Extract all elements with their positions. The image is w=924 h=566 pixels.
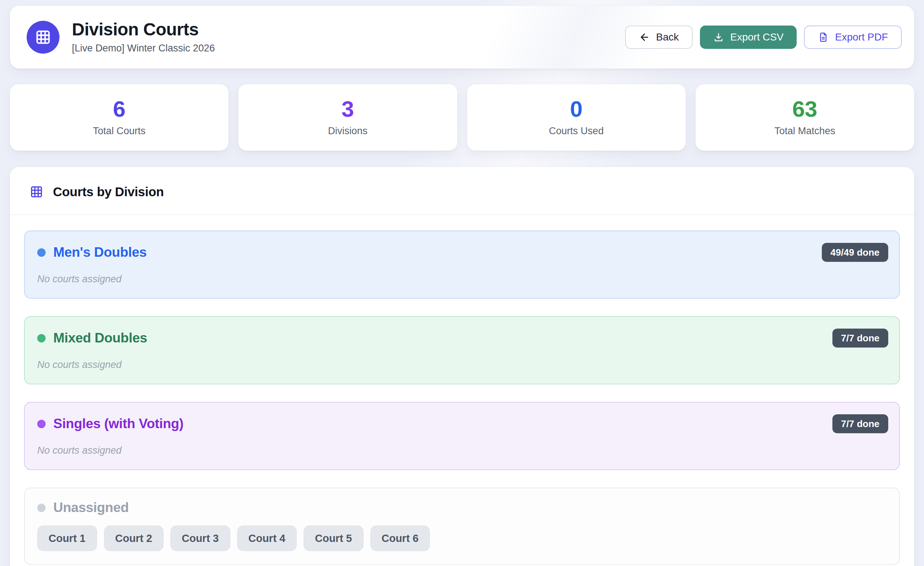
division-row-singles: Singles (with Voting) 7/7 done No courts… xyxy=(24,402,900,470)
stat-label: Courts Used xyxy=(467,126,686,137)
export-pdf-button[interactable]: Export PDF xyxy=(804,25,902,49)
export-csv-label: Export CSV xyxy=(730,31,783,43)
court-chip[interactable]: Court 4 xyxy=(237,526,297,551)
page-header: Division Courts [Live Demo] Winter Class… xyxy=(10,6,914,69)
division-name: Men's Doubles xyxy=(53,245,147,260)
stat-label: Total Courts xyxy=(10,126,228,137)
page-title: Division Courts xyxy=(72,20,215,39)
progress-badge: 7/7 done xyxy=(832,414,888,433)
stat-card-divisions: 3 Divisions xyxy=(238,84,457,151)
court-chip[interactable]: Court 6 xyxy=(370,526,430,551)
division-title-group: Men's Doubles xyxy=(37,245,147,260)
stat-label: Divisions xyxy=(238,126,457,137)
arrow-left-icon xyxy=(639,32,650,43)
division-row-header: Men's Doubles 49/49 done xyxy=(37,243,888,262)
division-row-header: Mixed Doubles 7/7 done xyxy=(37,329,888,347)
stat-value: 6 xyxy=(10,96,228,122)
grid-icon xyxy=(27,21,60,54)
stat-value: 0 xyxy=(467,96,686,122)
section-header: Courts by Division xyxy=(10,167,914,214)
download-icon xyxy=(713,32,724,43)
court-chip[interactable]: Court 1 xyxy=(37,526,97,551)
header-title-group: Division Courts [Live Demo] Winter Class… xyxy=(27,20,215,54)
file-text-icon xyxy=(818,32,829,43)
court-chip[interactable]: Court 5 xyxy=(304,526,363,551)
back-button[interactable]: Back xyxy=(625,25,693,49)
stat-label: Total Matches xyxy=(696,126,914,137)
division-dot xyxy=(37,420,46,428)
grid-icon xyxy=(30,185,44,199)
stat-card-courts-used: 0 Courts Used xyxy=(467,84,686,151)
stat-card-total-courts: 6 Total Courts xyxy=(10,84,228,151)
export-pdf-label: Export PDF xyxy=(835,31,888,43)
court-chip[interactable]: Court 2 xyxy=(104,526,164,551)
division-row-header: Unassigned xyxy=(37,500,888,515)
no-courts-text: No courts assigned xyxy=(37,359,888,371)
stats-row: 6 Total Courts 3 Divisions 0 Courts Used… xyxy=(10,84,914,151)
division-dot xyxy=(37,504,46,512)
stat-value: 63 xyxy=(696,96,914,122)
progress-badge: 49/49 done xyxy=(822,243,888,262)
courts-by-division-card: Courts by Division Men's Doubles 49/49 d… xyxy=(10,167,914,566)
division-row-mens-doubles: Men's Doubles 49/49 done No courts assig… xyxy=(24,231,900,299)
progress-badge: 7/7 done xyxy=(832,329,888,347)
unassigned-courts: Court 1 Court 2 Court 3 Court 4 Court 5 … xyxy=(37,526,888,551)
stat-card-total-matches: 63 Total Matches xyxy=(696,84,914,151)
division-dot xyxy=(37,249,46,257)
division-name: Unassigned xyxy=(53,500,129,515)
division-name: Mixed Doubles xyxy=(53,330,147,346)
division-row-header: Singles (with Voting) 7/7 done xyxy=(37,414,888,433)
division-row-unassigned: Unassigned Court 1 Court 2 Court 3 Court… xyxy=(24,488,900,565)
page: Division Courts [Live Demo] Winter Class… xyxy=(0,6,924,566)
back-button-label: Back xyxy=(656,31,679,43)
no-courts-text: No courts assigned xyxy=(37,445,888,456)
no-courts-text: No courts assigned xyxy=(37,274,888,285)
division-dot xyxy=(37,334,46,343)
section-title: Courts by Division xyxy=(53,184,164,199)
division-rows: Men's Doubles 49/49 done No courts assig… xyxy=(10,215,914,565)
stat-value: 3 xyxy=(238,96,457,122)
division-title-group: Unassigned xyxy=(37,500,129,515)
export-csv-button[interactable]: Export CSV xyxy=(700,25,796,49)
division-row-mixed-doubles: Mixed Doubles 7/7 done No courts assigne… xyxy=(24,316,900,384)
header-text: Division Courts [Live Demo] Winter Class… xyxy=(72,20,215,54)
header-actions: Back Export CSV Export PDF xyxy=(625,25,902,49)
division-title-group: Singles (with Voting) xyxy=(37,416,183,431)
tournament-subtitle: [Live Demo] Winter Classic 2026 xyxy=(72,43,215,54)
division-name: Singles (with Voting) xyxy=(53,416,183,431)
court-chip[interactable]: Court 3 xyxy=(170,526,230,551)
division-title-group: Mixed Doubles xyxy=(37,330,147,346)
